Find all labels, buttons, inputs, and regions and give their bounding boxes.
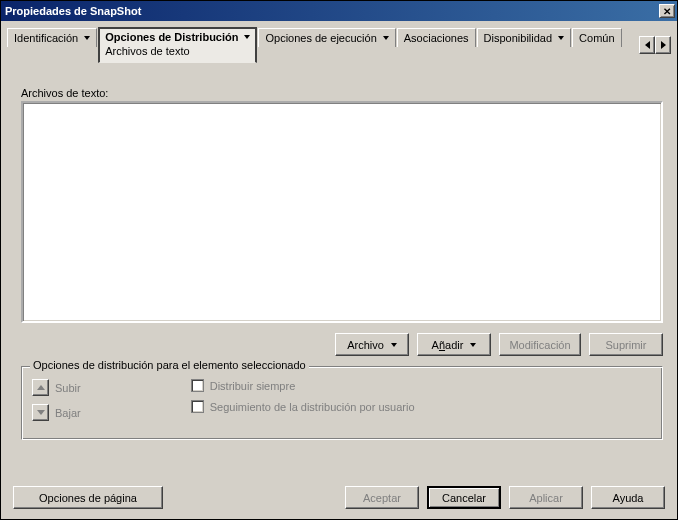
window-title: Propiedades de SnapShot (5, 5, 659, 17)
move-up-label: Subir (55, 382, 81, 394)
tab-subtitle: Archivos de texto (105, 45, 189, 57)
tab-identificacion[interactable]: Identificación (7, 28, 97, 47)
move-down-label: Bajar (55, 407, 81, 419)
triangle-left-icon (645, 41, 650, 49)
text-files-listbox[interactable] (21, 101, 663, 323)
move-down-button[interactable] (32, 404, 49, 421)
button-label: Suprimir (606, 339, 647, 351)
checkbox-icon (191, 400, 204, 413)
distribute-always-check[interactable]: Distribuir siempre (191, 379, 415, 392)
button-label: Aceptar (363, 492, 401, 504)
button-label: Añadir (432, 339, 464, 351)
button-label: Modificación (509, 339, 570, 351)
archivo-button[interactable]: Archivo (335, 333, 409, 356)
reorder-column: Subir Bajar (32, 379, 81, 421)
tab-label: Asociaciones (404, 32, 469, 44)
triangle-right-icon (661, 41, 666, 49)
track-per-user-check[interactable]: Seguimiento de la distribución por usuar… (191, 400, 415, 413)
close-button[interactable]: ✕ (659, 4, 675, 18)
chevron-down-icon (244, 35, 250, 39)
page-options-button[interactable]: Opciones de página (13, 486, 163, 509)
chevron-down-icon (391, 343, 397, 347)
triangle-down-icon (37, 410, 45, 415)
button-label: Aplicar (529, 492, 563, 504)
tab-label: Disponibilidad (484, 32, 553, 44)
chevron-down-icon (84, 36, 90, 40)
tab-label: Opciones de ejecución (265, 32, 376, 44)
list-button-row: Archivo Añadir Modificación Suprimir (21, 323, 663, 362)
suprimir-button[interactable]: Suprimir (589, 333, 663, 356)
dialog-body: Identificación Opciones de Distribución … (1, 21, 677, 519)
ayuda-button[interactable]: Ayuda (591, 486, 665, 509)
titlebar: Propiedades de SnapShot ✕ (1, 1, 677, 21)
tab-label: Opciones de Distribución (105, 31, 238, 43)
move-up-row: Subir (32, 379, 81, 396)
button-label: Archivo (347, 339, 384, 351)
properties-dialog: Propiedades de SnapShot ✕ Identificación… (0, 0, 678, 520)
tab-label: Común (579, 32, 614, 44)
dialog-footer: Opciones de página Aceptar Cancelar Apli… (1, 480, 677, 519)
move-up-button[interactable] (32, 379, 49, 396)
tab-content: Archivos de texto: Archivo Añadir Modifi… (21, 63, 663, 472)
checkbox-label: Distribuir siempre (210, 380, 296, 392)
button-label: Opciones de página (39, 492, 137, 504)
chevron-down-icon (470, 343, 476, 347)
list-label: Archivos de texto: (21, 87, 663, 99)
group-title: Opciones de distribución para el element… (30, 359, 309, 371)
aceptar-button[interactable]: Aceptar (345, 486, 419, 509)
button-label: Cancelar (442, 492, 486, 504)
distribution-options-group: Opciones de distribución para el element… (21, 366, 663, 440)
button-label: Ayuda (613, 492, 644, 504)
tab-disponibilidad[interactable]: Disponibilidad (477, 28, 572, 47)
modificacion-button[interactable]: Modificación (499, 333, 581, 356)
anadir-button[interactable]: Añadir (417, 333, 491, 356)
tab-asociaciones[interactable]: Asociaciones (397, 28, 476, 47)
aplicar-button[interactable]: Aplicar (509, 486, 583, 509)
move-down-row: Bajar (32, 404, 81, 421)
tab-label: Identificación (14, 32, 78, 44)
tab-scroll-right[interactable] (655, 36, 671, 54)
triangle-up-icon (37, 385, 45, 390)
tab-opciones-distribucion[interactable]: Opciones de Distribución Archivos de tex… (98, 27, 257, 63)
tab-scroll (639, 36, 671, 54)
tab-scroll-left[interactable] (639, 36, 655, 54)
chevron-down-icon (383, 36, 389, 40)
checkbox-label: Seguimiento de la distribución por usuar… (210, 401, 415, 413)
tab-comun[interactable]: Común (572, 28, 621, 47)
cancelar-button[interactable]: Cancelar (427, 486, 501, 509)
chevron-down-icon (558, 36, 564, 40)
tab-opciones-ejecucion[interactable]: Opciones de ejecución (258, 28, 395, 47)
checkbox-column: Distribuir siempre Seguimiento de la dis… (191, 379, 415, 421)
tab-strip: Identificación Opciones de Distribución … (1, 21, 677, 63)
checkbox-icon (191, 379, 204, 392)
